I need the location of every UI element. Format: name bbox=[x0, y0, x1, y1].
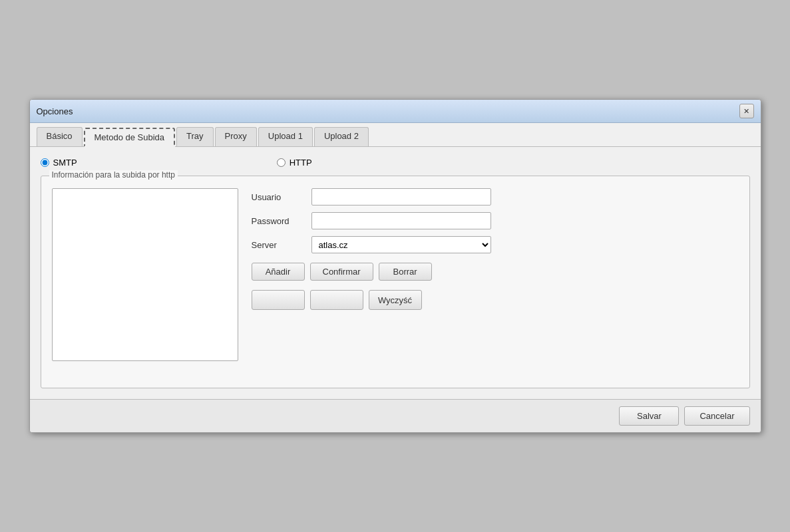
group-legend: Información para la subida por http bbox=[49, 170, 178, 180]
password-label: Password bbox=[252, 216, 305, 226]
http-info-group: Información para la subida por http Usua… bbox=[41, 176, 750, 388]
usuario-label: Usuario bbox=[252, 192, 305, 202]
borrar-button[interactable]: Borrar bbox=[379, 263, 432, 281]
tab-metodo-subida[interactable]: Metodo de Subida bbox=[84, 128, 176, 147]
server-select[interactable]: atlas.cz gmail.com yahoo.com bbox=[311, 236, 491, 253]
wyczysc-button[interactable]: Wyczyść bbox=[369, 290, 422, 310]
footer: Salvar Cancelar bbox=[30, 399, 761, 432]
action-buttons-row1: Añadir Confirmar Borrar bbox=[252, 263, 739, 281]
content-area: SMTP HTTP Información para la subida por… bbox=[30, 147, 761, 399]
form-fields: Usuario Password Server atlas.cz gmail.c… bbox=[252, 188, 739, 361]
smtp-option[interactable]: SMTP bbox=[41, 158, 77, 168]
empty-button-2[interactable] bbox=[310, 290, 363, 310]
smtp-label: SMTP bbox=[53, 158, 77, 168]
http-radio[interactable] bbox=[277, 158, 286, 167]
usuario-row: Usuario bbox=[252, 188, 739, 205]
accounts-list[interactable] bbox=[52, 188, 238, 361]
empty-button-1[interactable] bbox=[252, 290, 305, 310]
main-window: Opciones ✕ Básico Metodo de Subida Tray … bbox=[29, 99, 761, 433]
window-title: Opciones bbox=[37, 106, 73, 116]
action-buttons-row2: Wyczyść bbox=[252, 290, 739, 310]
tab-tray[interactable]: Tray bbox=[176, 127, 214, 146]
password-row: Password bbox=[252, 212, 739, 229]
protocol-selector: SMTP HTTP bbox=[41, 158, 750, 168]
tab-upload1[interactable]: Upload 1 bbox=[258, 127, 313, 146]
tab-proxy[interactable]: Proxy bbox=[215, 127, 257, 146]
tab-upload2[interactable]: Upload 2 bbox=[314, 127, 369, 146]
http-label: HTTP bbox=[290, 158, 312, 168]
http-option[interactable]: HTTP bbox=[277, 158, 312, 168]
title-bar: Opciones ✕ bbox=[30, 100, 761, 123]
server-label: Server bbox=[252, 240, 305, 250]
save-button[interactable]: Salvar bbox=[619, 406, 679, 426]
password-input[interactable] bbox=[311, 212, 491, 229]
server-row: Server atlas.cz gmail.com yahoo.com bbox=[252, 236, 739, 253]
confirmar-button[interactable]: Confirmar bbox=[310, 263, 373, 281]
group-content: Usuario Password Server atlas.cz gmail.c… bbox=[52, 188, 739, 361]
tab-basico[interactable]: Básico bbox=[37, 127, 83, 146]
cancel-button[interactable]: Cancelar bbox=[684, 406, 749, 426]
anadir-button[interactable]: Añadir bbox=[252, 263, 305, 281]
close-button[interactable]: ✕ bbox=[739, 104, 754, 118]
usuario-input[interactable] bbox=[311, 188, 491, 205]
smtp-radio[interactable] bbox=[41, 158, 49, 167]
tab-bar: Básico Metodo de Subida Tray Proxy Uploa… bbox=[30, 123, 761, 147]
